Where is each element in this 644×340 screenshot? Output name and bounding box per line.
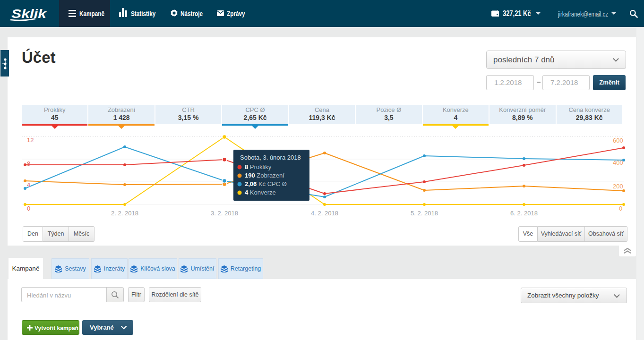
svg-text:0: 0	[619, 205, 622, 212]
svg-text:200: 200	[613, 183, 623, 190]
svg-text:4 Konverze: 4 Konverze	[245, 189, 276, 196]
svg-text:Sobota, 3. února 2018: Sobota, 3. února 2018	[240, 154, 301, 161]
svg-text:Sklik: Sklik	[11, 7, 47, 21]
svg-text:3. 2. 2018: 3. 2. 2018	[211, 210, 238, 217]
svg-text:4. 2. 2018: 4. 2. 2018	[311, 210, 338, 217]
svg-text:8 Prokliky: 8 Prokliky	[245, 163, 272, 170]
svg-text:190 Zobrazení: 190 Zobrazení	[245, 172, 284, 179]
svg-text:5. 2. 2018: 5. 2. 2018	[411, 210, 438, 217]
svg-text:6. 2. 2018: 6. 2. 2018	[510, 210, 538, 217]
svg-text:12: 12	[27, 136, 34, 144]
svg-text:8: 8	[27, 160, 30, 167]
svg-text:400: 400	[613, 159, 623, 166]
svg-text:2. 2. 2018: 2. 2. 2018	[111, 210, 138, 217]
svg-text:4: 4	[27, 181, 30, 188]
svg-text:600: 600	[613, 137, 623, 144]
svg-text:2,06 Kč CPC Ø: 2,06 Kč CPC Ø	[245, 180, 287, 187]
svg-text:0: 0	[27, 205, 30, 212]
